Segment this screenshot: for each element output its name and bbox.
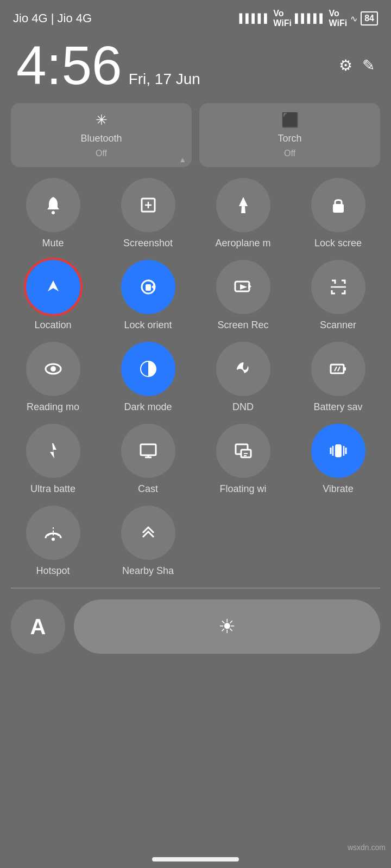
bluetooth-icon: ✳ — [96, 112, 108, 129]
tile-lockscreen[interactable]: Lock scree — [296, 178, 380, 249]
edit-icon[interactable]: ✎ — [362, 56, 375, 74]
svg-marker-3 — [48, 280, 59, 291]
lockorient-label: Lock orient — [124, 320, 172, 331]
torch-icon: ⬛ — [281, 112, 299, 129]
divider — [11, 588, 380, 589]
battery-indicator: 84 — [361, 11, 378, 25]
battery-label: Battery sav — [313, 401, 362, 413]
tile-vibrate[interactable]: Vibrate — [296, 424, 380, 495]
lockscreen-label: Lock scree — [314, 238, 362, 249]
vibrate-circle — [311, 424, 365, 478]
svg-rect-17 — [141, 444, 156, 455]
scanner-circle — [311, 260, 365, 314]
tile-floatingwi[interactable]: Floating wi — [201, 424, 285, 495]
torch-status: Off — [284, 149, 295, 158]
svg-point-12 — [51, 366, 56, 372]
svg-line-16 — [338, 367, 340, 371]
home-indicator[interactable] — [152, 857, 239, 861]
darkmode-circle — [121, 342, 175, 396]
tile-ultrabattery[interactable]: Ultra batte — [11, 424, 95, 495]
screenrec-label: Screen Rec — [217, 320, 268, 331]
status-icons: ▌▌▌▌▌ VoWiFi ▌▌▌▌▌ VoWiFi ∿ 84 — [239, 9, 378, 28]
screenrec-circle — [216, 260, 270, 314]
lockscreen-circle — [311, 178, 365, 232]
svg-point-27 — [52, 538, 55, 541]
mute-circle — [26, 178, 80, 232]
screenshot-circle — [121, 178, 175, 232]
hotspot-circle — [26, 506, 80, 560]
tile-mute[interactable]: Mute — [11, 178, 95, 249]
cast-label: Cast — [138, 483, 158, 495]
tile-cast[interactable]: Cast — [106, 424, 190, 495]
aeroplane-circle — [216, 178, 270, 232]
bluetooth-arrow: ▲ — [179, 155, 186, 164]
svg-rect-14 — [344, 367, 346, 371]
svg-rect-2 — [333, 204, 344, 213]
signal-icon-1: ▌▌▌▌▌ — [239, 14, 270, 23]
tile-nearbyshare[interactable]: Nearby Sha — [106, 506, 190, 577]
lockorient-circle — [121, 260, 175, 314]
tile-scanner[interactable]: Scanner — [296, 260, 380, 331]
tile-torch[interactable]: ⬛ Torch Off — [199, 103, 380, 167]
signal-icon-2: ▌▌▌▌▌ — [295, 14, 326, 23]
time-area: 4:56 Fri, 17 Jun ⚙ ✎ — [0, 33, 391, 103]
tile-lockorient[interactable]: Lock orient — [106, 260, 190, 331]
font-size-button[interactable]: A — [11, 599, 65, 654]
tile-hotspot[interactable]: Hotspot — [11, 506, 95, 577]
vo-wifi-2: VoWiFi — [329, 9, 348, 28]
tile-battery[interactable]: Battery sav — [296, 342, 380, 413]
tile-bluetooth[interactable]: ✳ Bluetooth Off ▲ — [11, 103, 192, 167]
battery-circle — [311, 342, 365, 396]
svg-marker-5 — [152, 284, 155, 290]
bottom-controls: A ☀ — [0, 599, 391, 654]
mute-label: Mute — [42, 238, 64, 249]
ultrabattery-circle — [26, 424, 80, 478]
screenshot-label: Screenshot — [123, 238, 173, 249]
nearbyshare-circle — [121, 506, 175, 560]
tile-screenrec[interactable]: Screen Rec — [201, 260, 285, 331]
font-icon: A — [30, 615, 46, 639]
location-label: Location — [34, 320, 71, 331]
tile-reading[interactable]: Reading mo — [11, 342, 95, 413]
watermark: wsxdn.com — [348, 843, 386, 852]
header-action-icons: ⚙ ✎ — [339, 56, 375, 74]
status-bar: Jio 4G | Jio 4G ▌▌▌▌▌ VoWiFi ▌▌▌▌▌ VoWiF… — [0, 0, 391, 33]
floatingwi-label: Floating wi — [219, 483, 266, 495]
bottom-tiles-row: HotspotNearby Sha — [0, 506, 391, 577]
quick-settings-grid: MuteScreenshotAeroplane mLock screeLocat… — [0, 178, 391, 495]
time-date-group: 4:56 Fri, 17 Jun — [16, 38, 200, 92]
dnd-circle — [216, 342, 270, 396]
settings-icon[interactable]: ⚙ — [339, 56, 352, 74]
aeroplane-label: Aeroplane m — [215, 238, 270, 249]
brightness-slider[interactable]: ☀ — [74, 599, 380, 654]
tile-aeroplane[interactable]: Aeroplane m — [201, 178, 285, 249]
carrier-text: Jio 4G | Jio 4G — [13, 11, 92, 25]
wifi-icon: ∿ — [350, 14, 357, 24]
vo-wifi-1: VoWiFi — [273, 9, 292, 28]
nearbyshare-label: Nearby Sha — [122, 565, 174, 577]
date-display: Fri, 17 Jun — [129, 71, 200, 88]
partial-tiles-row: ✳ Bluetooth Off ▲ ⬛ Torch Off — [0, 103, 391, 167]
ultrabattery-label: Ultra batte — [30, 483, 75, 495]
tile-location[interactable]: Location — [11, 260, 95, 331]
svg-marker-9 — [240, 284, 247, 290]
svg-line-15 — [335, 367, 337, 371]
location-circle — [26, 260, 80, 314]
hotspot-label: Hotspot — [36, 565, 70, 577]
vibrate-label: Vibrate — [323, 483, 354, 495]
dnd-label: DND — [232, 401, 254, 413]
brightness-icon: ☀ — [218, 615, 236, 638]
floatingwi-circle — [216, 424, 270, 478]
darkmode-label: Dark mode — [124, 401, 172, 413]
tile-dnd[interactable]: DND — [201, 342, 285, 413]
reading-label: Reading mo — [27, 401, 79, 413]
svg-point-0 — [52, 211, 55, 214]
svg-rect-6 — [146, 284, 151, 291]
bluetooth-label: Bluetooth — [80, 133, 122, 144]
tile-darkmode[interactable]: Dark mode — [106, 342, 190, 413]
bluetooth-status: Off — [96, 149, 107, 158]
reading-circle — [26, 342, 80, 396]
cast-circle — [121, 424, 175, 478]
torch-label: Torch — [278, 133, 301, 144]
tile-screenshot[interactable]: Screenshot — [106, 178, 190, 249]
